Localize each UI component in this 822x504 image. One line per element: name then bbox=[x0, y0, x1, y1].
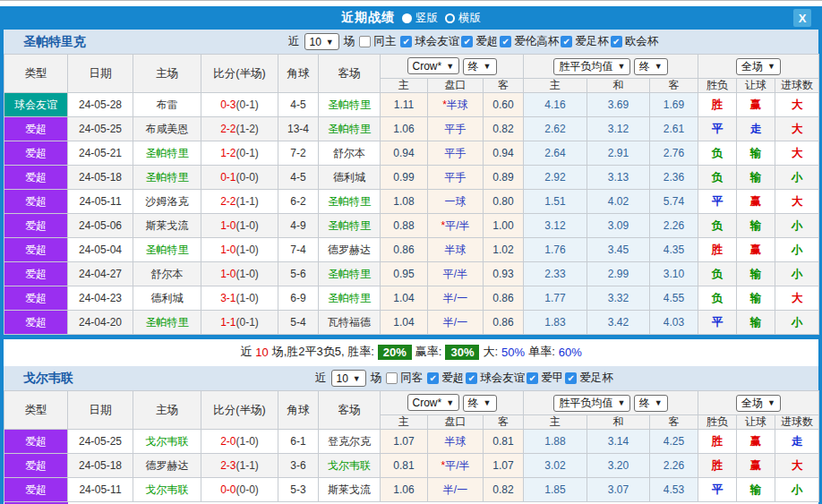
home-team[interactable]: 圣帕特里 bbox=[133, 311, 201, 335]
league-filter-checkbox[interactable]: ✔欧会杯 bbox=[611, 34, 659, 49]
result-goals: 大 bbox=[775, 117, 819, 141]
chevron-down-icon: ▼ bbox=[484, 62, 492, 71]
score-cell: 0-0(0-0) bbox=[201, 478, 278, 502]
radio-unselected-icon[interactable] bbox=[445, 13, 455, 23]
home-team[interactable]: 沙姆洛克 bbox=[133, 190, 201, 214]
home-team[interactable]: 戈尔韦联 bbox=[133, 430, 201, 454]
odds-source-select[interactable]: Crow*▼ bbox=[407, 57, 460, 74]
league-filter-checkbox[interactable]: ✔爱超 bbox=[461, 34, 498, 49]
chevron-down-icon: ▼ bbox=[655, 62, 663, 71]
league-type-badge[interactable]: 爱超 bbox=[4, 311, 67, 334]
result-handicap: 输 bbox=[737, 286, 775, 311]
avg-draw: 2.91 bbox=[587, 141, 650, 166]
avg-draw: 3.42 bbox=[587, 311, 650, 335]
odds-final-select[interactable]: 终▼ bbox=[463, 58, 497, 75]
away-team[interactable]: 舒尔本 bbox=[319, 141, 381, 166]
league-filter-checkbox[interactable]: ✔爱足杯 bbox=[561, 34, 609, 49]
away-team[interactable]: 圣帕特里 bbox=[319, 286, 381, 311]
home-team[interactable]: 圣帕特里 bbox=[133, 141, 201, 166]
match-count-value: 10 bbox=[310, 36, 321, 48]
home-team[interactable]: 斯莱戈流 bbox=[133, 214, 201, 238]
match-count-select[interactable]: 10▼ bbox=[304, 33, 339, 50]
score-cell: 1-0(1-0) bbox=[201, 214, 278, 238]
away-team[interactable]: 德罗赫达 bbox=[319, 238, 381, 262]
close-button[interactable]: X bbox=[793, 9, 811, 27]
avg-final-select[interactable]: 终▼ bbox=[634, 58, 668, 75]
matches-table-2: 类型 日期 主场 比分(半场) 角球 客场 Crow*▼ 终▼ 胜平负均值▼ 终… bbox=[4, 390, 819, 502]
score-cell: 2-0(1-0) bbox=[201, 430, 278, 454]
odds-source-select[interactable]: Crow*▼ bbox=[407, 394, 460, 411]
league-filter-checkbox[interactable]: ✔爱伦高杯 bbox=[500, 34, 559, 49]
matches-tbody-2: 爱超 24-05-25 戈尔韦联 2-0(1-0) 6-1 登克尔克 1.07 … bbox=[4, 430, 819, 502]
league-type-badge[interactable]: 爱超 bbox=[4, 214, 67, 237]
result-wdl: 胜 bbox=[698, 454, 737, 478]
league-type-badge[interactable]: 爱超 bbox=[4, 238, 67, 261]
radio-horizontal-label: 横版 bbox=[458, 11, 481, 26]
league-type-badge[interactable]: 爱超 bbox=[4, 262, 67, 286]
away-team[interactable]: 圣帕特里 bbox=[319, 117, 381, 141]
sub-header-odds-home: 主 bbox=[381, 79, 428, 93]
league-type-badge[interactable]: 爱超 bbox=[4, 478, 67, 501]
league-type-badge[interactable]: 爱超 bbox=[4, 190, 67, 213]
same-home-filter[interactable]: 同主 bbox=[359, 34, 396, 49]
away-team[interactable]: 圣帕特里 bbox=[319, 93, 381, 117]
result-goals: 大 bbox=[775, 141, 819, 166]
away-team[interactable]: 德利城 bbox=[319, 166, 381, 190]
away-team[interactable]: 圣帕特里 bbox=[319, 190, 381, 214]
avg-select[interactable]: 胜平负均值▼ bbox=[553, 58, 630, 75]
league-filter-checkbox[interactable]: ✔球会友谊 bbox=[400, 34, 459, 49]
checkbox-unchecked-icon[interactable] bbox=[386, 372, 398, 384]
away-team[interactable]: 圣帕特里 bbox=[319, 214, 381, 238]
avg-select-value: 胜平负均值 bbox=[559, 59, 612, 74]
away-team[interactable]: 登克尔克 bbox=[319, 430, 381, 454]
home-team[interactable]: 圣帕特里 bbox=[133, 166, 201, 190]
league-type-badge[interactable]: 爱超 bbox=[4, 286, 67, 310]
avg-select[interactable]: 胜平负均值▼ bbox=[553, 395, 630, 412]
checkbox-checked-icon: ✔ bbox=[461, 36, 473, 47]
home-team[interactable]: 德利城 bbox=[133, 286, 201, 311]
same-away-filter[interactable]: 同客 bbox=[386, 371, 423, 386]
league-type-badge[interactable]: 爱超 bbox=[4, 166, 67, 189]
away-team[interactable]: 圣帕特里 bbox=[319, 262, 381, 286]
result-wdl: 负 bbox=[698, 141, 737, 166]
home-team[interactable]: 戈尔韦联 bbox=[133, 478, 201, 502]
away-team[interactable]: 斯莱戈流 bbox=[319, 478, 381, 502]
home-team[interactable]: 舒尔本 bbox=[133, 262, 201, 286]
scope-select[interactable]: 全场▼ bbox=[736, 395, 781, 412]
layout-option-horizontal[interactable]: 横版 bbox=[445, 11, 481, 26]
league-filter-checkbox[interactable]: ✔爱甲 bbox=[527, 371, 563, 386]
handicap-cell: 平手 bbox=[428, 117, 484, 141]
league-filter-checkbox[interactable]: ✔球会友谊 bbox=[466, 371, 525, 386]
result-goals: 小 bbox=[775, 262, 819, 286]
radio-selected-icon[interactable] bbox=[402, 13, 412, 23]
league-filter-checkbox[interactable]: ✔爱足杯 bbox=[565, 371, 613, 386]
home-team[interactable]: 布咸美恩 bbox=[133, 117, 201, 141]
league-type-badge[interactable]: 爱超 bbox=[4, 430, 67, 453]
odds-home: 0.88 bbox=[381, 214, 428, 238]
league-type-badge[interactable]: 球会友谊 bbox=[4, 93, 67, 116]
away-team[interactable]: 戈尔韦联 bbox=[319, 454, 381, 478]
league-filter-label: 爱足杯 bbox=[575, 34, 609, 49]
corner-score: 5-3 bbox=[278, 478, 319, 502]
layout-option-vertical[interactable]: 竖版 bbox=[402, 11, 438, 26]
scope-select[interactable]: 全场▼ bbox=[736, 58, 781, 75]
odds-final-select[interactable]: 终▼ bbox=[463, 395, 497, 412]
handicap-text: 半/一 bbox=[443, 292, 467, 304]
league-filter-checkbox[interactable]: ✔爱超 bbox=[427, 371, 464, 386]
match-count-select[interactable]: 10▼ bbox=[331, 370, 366, 387]
odds-home: 0.95 bbox=[381, 262, 428, 286]
away-team[interactable]: 瓦特福德 bbox=[319, 311, 381, 335]
league-type-badge[interactable]: 爱超 bbox=[4, 117, 67, 141]
sub-header-letgoal: 让球 bbox=[737, 79, 775, 93]
column-header-date: 日期 bbox=[68, 391, 133, 430]
league-filter-label: 爱甲 bbox=[541, 371, 563, 386]
checkbox-unchecked-icon[interactable] bbox=[359, 36, 371, 47]
score-cell: 1-0(1-0) bbox=[201, 238, 278, 262]
home-team[interactable]: 德罗赫达 bbox=[133, 454, 201, 478]
home-team[interactable]: 布雷 bbox=[133, 93, 201, 117]
league-type-badge[interactable]: 爱超 bbox=[4, 454, 67, 477]
odds-final-value: 终 bbox=[468, 59, 479, 74]
home-team[interactable]: 圣帕特里 bbox=[133, 238, 201, 262]
league-type-badge[interactable]: 爱超 bbox=[4, 141, 67, 165]
avg-final-select[interactable]: 终▼ bbox=[634, 395, 668, 412]
